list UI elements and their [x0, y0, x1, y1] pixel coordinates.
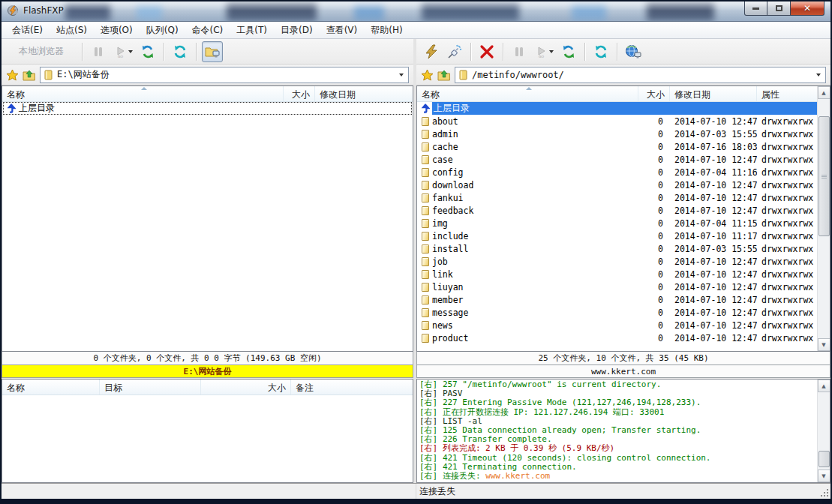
- menu-item[interactable]: 命令(C): [186, 22, 230, 38]
- disconnect-button[interactable]: [476, 41, 497, 62]
- log-link[interactable]: www.kkert.com: [485, 471, 550, 481]
- minimize-button[interactable]: [744, 2, 767, 16]
- remote-file-row[interactable]: message02014-07-10 12:47drwxrwxrwx: [417, 306, 817, 319]
- remote-file-row[interactable]: config02014-07-04 11:16drwxrwxrwx: [417, 166, 817, 178]
- file-size: 0: [638, 308, 670, 318]
- remote-file-row[interactable]: product02014-07-10 12:47drwxrwxrwx: [417, 332, 817, 344]
- start-queue-button[interactable]: GO: [532, 41, 556, 62]
- column-header-date[interactable]: 修改日期: [670, 86, 757, 101]
- parent-directory-row-selected[interactable]: 上层目录: [417, 102, 817, 115]
- folder-up-icon[interactable]: [23, 69, 36, 81]
- scrollbar-thumb[interactable]: [818, 116, 830, 236]
- remote-file-row[interactable]: fankui02014-07-10 12:47drwxrwxrwx: [417, 191, 817, 204]
- remote-file-row[interactable]: liuyan02014-07-10 12:47drwxrwxrwx: [417, 280, 817, 293]
- menu-item[interactable]: 站点(S): [50, 22, 93, 38]
- up-directory-icon: [420, 104, 430, 113]
- close-button[interactable]: ✕: [791, 2, 824, 16]
- file-size: 0: [638, 244, 670, 254]
- column-header-size[interactable]: 大小: [638, 86, 670, 101]
- resize-grip[interactable]: [820, 488, 829, 497]
- pause-queue-button[interactable]: [88, 41, 109, 62]
- menu-item[interactable]: 目录(D): [275, 22, 319, 38]
- local-browser-button[interactable]: 本地浏览器: [6, 41, 77, 62]
- folder-icon: [422, 257, 429, 266]
- remote-file-row[interactable]: news02014-07-10 12:47drwxrwxrwx: [417, 319, 817, 332]
- file-attributes: drwxrwxrwx: [757, 244, 817, 254]
- chevron-down-icon: [549, 50, 554, 53]
- column-header-date[interactable]: 修改日期: [315, 86, 413, 101]
- log-prefix: [右]: [419, 471, 443, 481]
- menu-item[interactable]: 查看(V): [320, 22, 364, 38]
- scroll-down-button[interactable]: ▼: [818, 470, 830, 482]
- file-name: liuyan: [432, 282, 464, 292]
- remote-file-row[interactable]: img02014-07-04 11:15drwxrwxrwx: [417, 217, 817, 230]
- local-path-combobox[interactable]: E:\网站备份: [40, 67, 409, 83]
- queue-column-target[interactable]: 目标: [100, 380, 201, 394]
- log-scrollbar[interactable]: ▲ ▼: [817, 380, 830, 482]
- file-name: news: [432, 320, 453, 331]
- column-header-size[interactable]: 大小: [284, 86, 315, 101]
- parent-directory-row[interactable]: 上层目录: [3, 102, 412, 115]
- file-date: 2014-07-10 12:47: [670, 308, 757, 318]
- folder-sync-toggle-button[interactable]: [202, 41, 223, 62]
- remote-file-row[interactable]: download02014-07-10 12:47drwxrwxrwx: [417, 178, 817, 191]
- remote-file-row[interactable]: link02014-07-10 12:47drwxrwxrwx: [417, 268, 817, 280]
- combo-dropdown-button[interactable]: [812, 68, 824, 82]
- start-queue-button[interactable]: GO: [111, 41, 135, 62]
- globe-network-icon: [625, 44, 641, 59]
- menu-item[interactable]: 队列(Q): [140, 22, 185, 38]
- scrollbar-grip: [821, 175, 827, 178]
- queue-column-name[interactable]: 名称: [2, 380, 100, 394]
- favorites-star-icon[interactable]: [6, 69, 19, 81]
- remote-file-row[interactable]: member02014-07-10 12:47drwxrwxrwx: [417, 293, 817, 306]
- scrollbar-thumb[interactable]: [818, 451, 830, 467]
- local-toolbar: 本地浏览器 GO: [2, 39, 413, 64]
- transfer-button[interactable]: [137, 41, 158, 62]
- column-header-attr[interactable]: 属性: [757, 86, 817, 101]
- connect-button[interactable]: [421, 41, 442, 62]
- title-bar[interactable]: FlashFXP ✕: [2, 2, 830, 22]
- menu-item[interactable]: 工具(T): [230, 22, 273, 38]
- remote-path-combobox[interactable]: /metinfo/wwwroot/: [455, 67, 826, 83]
- file-name: config: [432, 167, 464, 178]
- log-text: 421 Terminating connection.: [443, 462, 577, 472]
- transfer-button[interactable]: [558, 41, 579, 62]
- file-name: cache: [432, 142, 458, 152]
- favorites-star-icon[interactable]: [421, 69, 434, 81]
- menu-item[interactable]: 帮助(H): [365, 22, 408, 38]
- refresh-button[interactable]: [590, 41, 611, 62]
- log-text: 226 Transfer complete.: [443, 434, 552, 444]
- scroll-down-button[interactable]: ▼: [818, 338, 830, 351]
- site-browser-button[interactable]: [623, 41, 644, 62]
- file-date: 2014-07-10 12:47: [670, 154, 757, 165]
- parent-directory-label: 上层目录: [19, 102, 55, 115]
- remote-file-row[interactable]: feedback02014-07-10 12:47drwxrwxrwx: [417, 204, 817, 217]
- file-date: 2014-07-10 12:47: [670, 180, 757, 190]
- folder-up-icon[interactable]: [437, 69, 451, 81]
- remote-file-row[interactable]: case02014-07-10 12:47drwxrwxrwx: [417, 153, 817, 166]
- combo-dropdown-button[interactable]: [395, 68, 407, 82]
- remote-file-row[interactable]: about02014-07-10 12:47drwxrwxrwx: [417, 115, 817, 128]
- remote-list-scrollbar[interactable]: ▲ ▼: [817, 86, 830, 351]
- scroll-up-button[interactable]: ▲: [818, 380, 830, 392]
- quick-connect-button[interactable]: [444, 41, 465, 62]
- menu-item[interactable]: 选项(O): [95, 22, 139, 38]
- scroll-up-button[interactable]: ▲: [818, 86, 830, 99]
- menu-item[interactable]: 会话(E): [6, 22, 49, 38]
- queue-column-size[interactable]: 大小: [201, 380, 291, 394]
- file-size: 0: [638, 269, 670, 280]
- queue-column-note[interactable]: 备注: [291, 380, 413, 394]
- file-date: 2014-07-10 12:47: [670, 206, 757, 216]
- file-size: 0: [638, 167, 670, 178]
- folder-icon: [422, 142, 429, 152]
- file-date: 2014-07-03 15:55: [670, 129, 757, 140]
- remote-file-row[interactable]: include02014-07-10 11:17drwxrwxrwx: [417, 230, 817, 242]
- folder-icon: [422, 130, 429, 139]
- maximize-button[interactable]: [767, 2, 791, 16]
- remote-file-row[interactable]: cache02014-07-16 18:03drwxrwxrwx: [417, 140, 817, 153]
- pause-queue-button[interactable]: [509, 41, 530, 62]
- remote-file-row[interactable]: admin02014-07-03 15:55drwxrwxrwx: [417, 128, 817, 140]
- refresh-button[interactable]: [170, 41, 191, 62]
- remote-file-row[interactable]: job02014-07-10 12:47drwxrwxrwx: [417, 255, 817, 268]
- remote-file-row[interactable]: install02014-07-03 15:55drwxrwxrwx: [417, 242, 817, 255]
